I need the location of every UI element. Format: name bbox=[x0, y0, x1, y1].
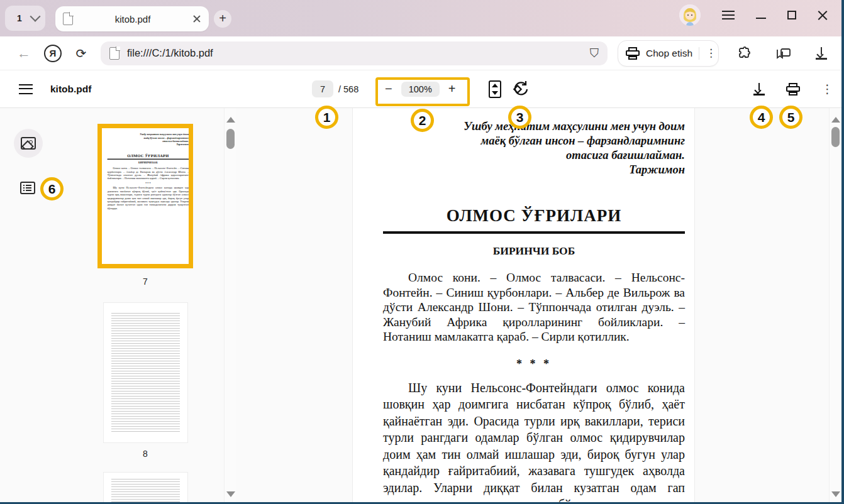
pdf-more-kebab-icon[interactable]: ⋮ bbox=[821, 87, 826, 91]
browser-menu-icon[interactable] bbox=[722, 11, 735, 19]
browser-window: 1 kitob.pdf + ← Я ⟳ fi bbox=[0, 0, 844, 504]
chapter-summary: Олмос кони. – Олмос талвасаси. – Нельсон… bbox=[383, 270, 685, 344]
url-text[interactable]: file:///C:/1/kitob.pdf bbox=[127, 47, 590, 59]
pdf-side-rail bbox=[0, 108, 58, 502]
main-scrollbar[interactable] bbox=[829, 108, 841, 502]
title-rule bbox=[383, 231, 685, 234]
thumbnail-page-8[interactable] bbox=[104, 303, 187, 442]
divider bbox=[699, 47, 699, 60]
scroll-up-icon[interactable] bbox=[226, 117, 235, 123]
chevron-down-icon bbox=[30, 11, 41, 22]
profile-avatar[interactable] bbox=[679, 4, 701, 26]
scrollbar-thumb[interactable] bbox=[226, 129, 235, 149]
yandex-logo-icon[interactable]: Я bbox=[44, 45, 62, 62]
collections-icon[interactable] bbox=[775, 46, 792, 61]
pdf-print-icon[interactable] bbox=[786, 83, 800, 96]
minimize-button[interactable] bbox=[756, 18, 766, 19]
outline-view-button[interactable] bbox=[20, 182, 35, 194]
annotation-circle-3: 3 bbox=[508, 106, 531, 129]
back-icon[interactable]: ← bbox=[13, 45, 35, 62]
fit-to-page-icon[interactable] bbox=[489, 80, 501, 98]
scroll-down-icon[interactable] bbox=[831, 491, 840, 497]
dedication-line: отасига бағишлайман. bbox=[383, 148, 685, 163]
pdf-page-viewport[interactable]: Ушбу меҳнатим маҳсулини мен учун доим ма… bbox=[237, 108, 829, 502]
maximize-button[interactable] bbox=[787, 11, 796, 19]
close-window-button[interactable] bbox=[818, 10, 828, 20]
thumbnails-view-button[interactable] bbox=[14, 129, 43, 158]
page-number-input[interactable] bbox=[312, 80, 333, 97]
thumbnail-scrollbar[interactable] bbox=[224, 108, 236, 502]
pdf-page-7: Ушбу меҳнатим маҳсулини мен учун доим ма… bbox=[352, 108, 695, 502]
annotation-circle-1: 1 bbox=[315, 106, 338, 129]
tab-group-selector[interactable]: 1 bbox=[5, 6, 45, 31]
thumbnails-icon bbox=[21, 137, 36, 150]
downloads-icon[interactable] bbox=[816, 47, 827, 60]
printer-icon bbox=[626, 47, 640, 60]
print-button-label: Chop etish bbox=[646, 48, 692, 59]
scroll-up-icon[interactable] bbox=[831, 117, 840, 123]
tab-kitob-pdf[interactable]: kitob.pdf bbox=[55, 6, 209, 31]
bookmark-icon[interactable]: ⛉ bbox=[590, 47, 599, 60]
thumbnail-page-9[interactable] bbox=[104, 473, 187, 504]
annotation-highlight-zoom-controls bbox=[375, 77, 470, 106]
chapter-heading: БИРИНЧИ БОБ bbox=[383, 244, 685, 258]
scrollbar-thumb[interactable] bbox=[831, 127, 840, 147]
annotation-circle-4: 4 bbox=[750, 106, 773, 129]
dedication-line: маёқ бўлган инсон – фарзандларимнинг bbox=[383, 134, 685, 148]
pdf-menu-icon[interactable] bbox=[19, 84, 33, 94]
print-chop-etish-button[interactable]: Chop etish ⋮ bbox=[618, 40, 719, 67]
page-file-icon bbox=[109, 47, 119, 60]
url-field[interactable]: file:///C:/1/kitob.pdf ⛉ bbox=[101, 41, 608, 65]
pdf-download-icon[interactable] bbox=[753, 83, 765, 96]
annotation-circle-2: 2 bbox=[411, 109, 434, 132]
section-separator: * * * bbox=[383, 358, 685, 371]
tab-title: kitob.pdf bbox=[73, 14, 192, 25]
pdf-title: kitob.pdf bbox=[50, 84, 91, 95]
new-tab-button[interactable]: + bbox=[214, 10, 231, 28]
annotation-circle-5: 5 bbox=[779, 106, 802, 129]
pdf-content-area: Ушбу меҳнатим маҳсулини мен учун доим ма… bbox=[0, 108, 841, 502]
extensions-puzzle-icon[interactable] bbox=[736, 46, 752, 61]
page-navigation: / 568 bbox=[312, 80, 358, 97]
body-paragraph: Шу куни Нельсонс-Фонтейндаги олмос конид… bbox=[383, 380, 685, 503]
thumbnail-page-7-selected[interactable]: Ушбу меҳнатим маҳсулини мен учун доим ма… bbox=[97, 124, 193, 268]
print-options-kebab-icon[interactable]: ⋮ bbox=[706, 52, 711, 55]
thumbnail-7-label: 7 bbox=[97, 277, 193, 287]
page-total: / 568 bbox=[338, 84, 358, 94]
thumbnail-panel: Ушбу меҳнатим маҳсулини мен учун доим ма… bbox=[58, 108, 224, 502]
thumbnail-7-content: Ушбу меҳнатим маҳсулини мен учун доим ма… bbox=[102, 128, 192, 266]
book-title: ОЛМОС ЎҒРИЛАРИ bbox=[383, 206, 685, 226]
dedication-signature: Таржимон bbox=[383, 163, 685, 177]
reload-icon[interactable]: ⟳ bbox=[70, 46, 92, 61]
document-icon bbox=[63, 13, 73, 25]
scroll-down-icon[interactable] bbox=[226, 491, 235, 497]
tab-group-badge[interactable]: 1 bbox=[11, 10, 28, 26]
address-bar: ← Я ⟳ file:///C:/1/kitob.pdf ⛉ Chop etis… bbox=[0, 36, 841, 70]
thumbnail-8-label: 8 bbox=[97, 449, 193, 459]
rotate-page-icon[interactable] bbox=[512, 79, 530, 97]
window-controls bbox=[679, 0, 841, 30]
tab-close-icon[interactable] bbox=[192, 14, 201, 23]
annotation-circle-6: 6 bbox=[40, 177, 64, 200]
outline-list-icon bbox=[20, 182, 35, 194]
